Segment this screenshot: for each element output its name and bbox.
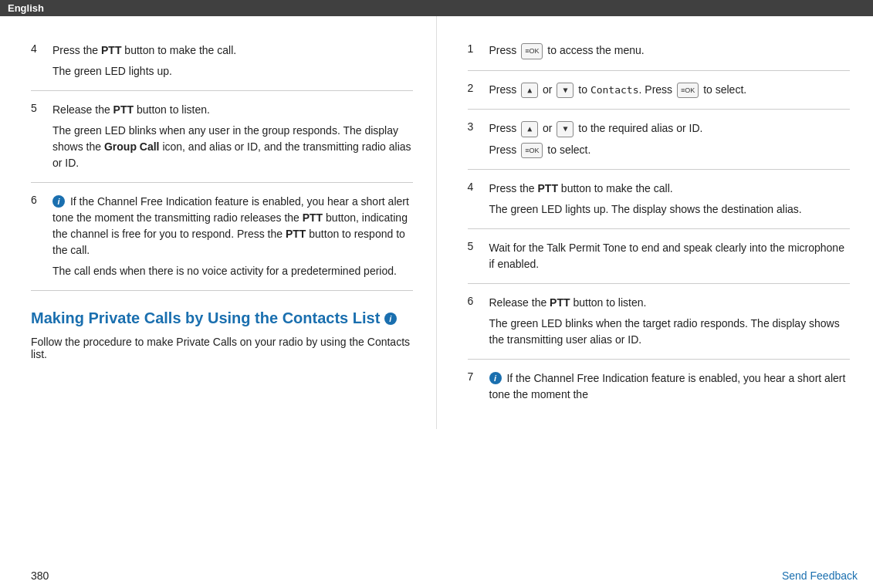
step-number: 6 bbox=[468, 295, 489, 348]
step-content: Press to access the menu. bbox=[489, 42, 851, 59]
step-number: 2 bbox=[468, 82, 489, 99]
right-step-6: 6 Release the PTT button to listen. The … bbox=[468, 284, 851, 360]
step-main: If the Channel Free Indication feature i… bbox=[489, 370, 851, 403]
right-step-2: 2 Press or to Contacts. Press to select. bbox=[468, 71, 851, 110]
step-number: 1 bbox=[468, 42, 489, 59]
step-content: Release the PTT button to listen. The gr… bbox=[52, 102, 413, 171]
step-number: 6 bbox=[31, 194, 52, 279]
step-content: If the Channel Free Indication feature i… bbox=[52, 194, 413, 279]
step-number: 4 bbox=[468, 181, 489, 218]
ok-button-icon bbox=[677, 83, 699, 99]
step-content: If the Channel Free Indication feature i… bbox=[489, 370, 851, 403]
ok-button-icon bbox=[521, 43, 543, 59]
step-content: Press the PTT button to make the call. T… bbox=[489, 181, 851, 218]
step-content: Press or to Contacts. Press to select. bbox=[489, 82, 851, 99]
right-step-1: 1 Press to access the menu. bbox=[468, 32, 851, 71]
step-main: Press or to Contacts. Press to select. bbox=[489, 82, 851, 99]
arrow-up-icon bbox=[521, 83, 538, 99]
right-step-7: 7 If the Channel Free Indication feature… bbox=[468, 360, 851, 414]
top-bar: English bbox=[0, 0, 873, 16]
arrow-down-icon bbox=[557, 121, 574, 137]
step-main: Release the PTT button to listen. bbox=[489, 295, 851, 311]
right-column: 1 Press to access the menu. 2 Press or t… bbox=[437, 16, 874, 429]
section-intro: Follow the procedure to make Private Cal… bbox=[31, 336, 413, 360]
step-content: Release the PTT button to listen. The gr… bbox=[489, 295, 851, 348]
step-main: Press the PTT button to make the call. bbox=[489, 181, 851, 197]
step-detail: The green LED lights up. bbox=[52, 63, 413, 79]
step-main: Press or to the required alias or ID. bbox=[489, 120, 851, 137]
step-number: 7 bbox=[468, 370, 489, 403]
step-detail: The green LED blinks when any user in th… bbox=[52, 123, 413, 171]
right-step-5: 5 Wait for the Talk Permit Tone to end a… bbox=[468, 229, 851, 284]
step-content: Wait for the Talk Permit Tone to end and… bbox=[489, 240, 851, 272]
step-content: Press the PTT button to make the call. T… bbox=[52, 42, 413, 79]
right-step-4: 4 Press the PTT button to make the call.… bbox=[468, 170, 851, 229]
step-number: 5 bbox=[468, 240, 489, 272]
step-main: Press the PTT button to make the call. bbox=[52, 42, 413, 59]
step-content: Press or to the required alias or ID. Pr… bbox=[489, 120, 851, 158]
step-detail: The green LED blinks when the target rad… bbox=[489, 316, 851, 348]
left-step-5: 5 Release the PTT button to listen. The … bbox=[31, 91, 413, 183]
step-main: Press to access the menu. bbox=[489, 42, 851, 59]
section-heading: Making Private Calls by Using the Contac… bbox=[31, 308, 413, 328]
send-feedback-link[interactable]: Send Feedback bbox=[782, 569, 858, 582]
step-main: If the Channel Free Indication feature i… bbox=[52, 194, 413, 259]
step-detail: Press to select. bbox=[489, 142, 851, 159]
step-detail: The call ends when there is no voice act… bbox=[52, 263, 413, 279]
arrow-down-icon bbox=[557, 83, 574, 99]
page-number: 380 bbox=[31, 569, 49, 582]
left-column: 4 Press the PTT button to make the call.… bbox=[0, 16, 437, 429]
right-step-3: 3 Press or to the required alias or ID. … bbox=[468, 110, 851, 170]
step-main: Release the PTT button to listen. bbox=[52, 102, 413, 118]
info-icon bbox=[489, 372, 502, 384]
step-detail: The green LED lights up. The display sho… bbox=[489, 201, 851, 218]
left-step-4: 4 Press the PTT button to make the call.… bbox=[31, 32, 413, 91]
step-main: Wait for the Talk Permit Tone to end and… bbox=[489, 240, 851, 272]
section-info-icon bbox=[384, 313, 397, 325]
footer: 380 Send Feedback bbox=[0, 563, 873, 588]
step-number: 5 bbox=[31, 102, 52, 171]
left-step-6: 6 If the Channel Free Indication feature… bbox=[31, 183, 413, 291]
section-heading-area: Making Private Calls by Using the Contac… bbox=[31, 308, 413, 360]
step-number: 4 bbox=[31, 42, 52, 79]
arrow-up-icon bbox=[521, 121, 538, 137]
ok-button-icon bbox=[521, 143, 543, 159]
info-icon bbox=[52, 195, 65, 208]
step-number: 3 bbox=[468, 120, 489, 158]
language-label: English bbox=[8, 2, 44, 14]
